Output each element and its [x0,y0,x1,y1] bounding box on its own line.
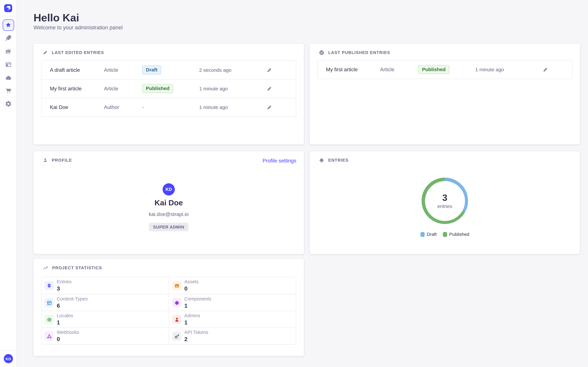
table-row: A draft article Article Draft 2 seconds … [42,60,296,79]
stats-grid: Entries 3 Assets 0 [41,277,296,344]
layout-icon [45,298,54,307]
strapi-logo-icon [4,4,12,12]
stat-value: 1 [184,319,200,325]
profile-settings-link[interactable]: Profile settings [263,158,296,164]
project-statistics-panel: PROJECT STATISTICS Entries 3 [34,259,304,356]
stat-api-tokens: API Tokens 2 [169,327,296,344]
chart-legend: Draft Published [310,232,580,237]
stat-webhooks: Webhooks 0 [42,327,169,344]
check-circle-icon [319,50,325,55]
layout-icon [5,61,12,68]
feather-icon [5,34,12,42]
sidebar-item-content-manager[interactable] [0,34,17,42]
stat-value: 0 [184,285,199,292]
entry-name: Kai Doe [50,104,68,110]
stat-locales: Locales 1 [42,311,169,327]
person-icon [43,157,48,163]
legend-item-draft: Draft [420,232,437,237]
sidebar-item-home[interactable] [3,19,14,31]
sidebar-divider [0,16,17,16]
panel-header: PROFILE [43,157,72,163]
image-icon [172,281,181,290]
entry-name: My first article [50,86,81,92]
stat-value: 6 [57,302,88,309]
cloud-icon [5,74,12,81]
edit-entry-button[interactable] [542,66,549,73]
stat-entries: Entries 3 [42,277,169,294]
entry-time: 1 minute ago [199,86,228,92]
sidebar: KD [0,0,17,367]
panel-label: LAST PUBLISHED ENTRIES [328,50,390,55]
table-row: Kai Doe Author - 1 minute ago [42,98,296,116]
sidebar-item-media-library[interactable] [0,48,17,55]
panel-label: ENTRIES [328,158,348,162]
trending-up-icon [43,265,48,271]
panel-label: PROJECT STATISTICS [52,265,102,270]
donut-center: 3 entries [422,178,468,224]
last-published-table: My first article Article Published 1 min… [317,60,572,79]
entries-donut-chart: 3 entries [422,178,468,224]
stat-label: Components [184,296,211,302]
entry-time: 2 seconds ago [199,67,231,73]
strapi-logo[interactable] [4,4,12,12]
stat-value: 3 [57,285,71,292]
panel-label: LAST EDITED ENTRIES [52,50,104,55]
panel-header: LAST PUBLISHED ENTRIES [319,50,390,55]
status-badge: - [142,104,144,111]
stat-components: Components 1 [169,294,296,311]
sidebar-user-avatar[interactable]: KD [4,354,13,363]
stat-value: 1 [57,319,73,325]
cart-icon [5,87,12,94]
profile-name: Kai Doe [34,199,304,207]
stat-label: Content-Types [57,296,88,302]
stat-label: Webhooks [57,330,79,335]
entry-type: Article [380,67,394,72]
profile-avatar: KD [163,183,175,196]
panel-header: ENTRIES [319,157,349,163]
edit-entry-button[interactable] [266,104,273,111]
profile-role-badge: SUPER ADMIN [149,223,189,231]
table-row: My first article Article Published 1 min… [318,60,572,79]
last-published-entries-panel: LAST PUBLISHED ENTRIES My first article … [310,44,580,144]
draft-color-chip [420,232,424,237]
edit-entry-button[interactable] [266,66,273,73]
sidebar-divider [0,350,17,350]
entry-name: My first article [326,67,358,72]
stat-value: 2 [184,336,208,342]
stat-label: Assets [184,279,199,284]
last-edited-table: A draft article Article Draft 2 seconds … [41,60,296,117]
table-row: My first article Article Published 1 min… [42,79,296,98]
profile-email: kai.doe@strapi.io [34,211,304,217]
edit-entry-button[interactable] [266,85,273,92]
published-color-chip [443,232,447,237]
stat-value: 0 [57,336,79,342]
status-badge: Published [142,84,173,93]
page-title: Hello Kai [34,12,79,24]
last-edited-entries-panel: LAST EDITED ENTRIES A draft article Arti… [34,44,304,144]
webhook-icon [45,332,54,341]
entries-panel: ENTRIES 3 entries Draft Published [310,151,580,254]
key-icon [172,332,181,341]
stat-label: API Tokens [184,330,208,335]
strapi-admin-dashboard: KD Hello Kai Welcome to your administrat… [0,0,588,367]
stat-label: Admins [184,313,200,318]
page-subtitle: Welcome to your administration panel [34,24,123,30]
entry-type: Article [104,67,118,73]
legend-item-published: Published [443,232,469,237]
sidebar-item-marketplace[interactable] [0,87,17,94]
stat-label: Entries [57,279,71,284]
entry-time: 1 minute ago [199,104,228,110]
legend-label: Draft [427,232,437,237]
entry-type: Article [104,86,118,92]
status-badge: Published [418,65,449,74]
pencil-icon [43,50,48,55]
entry-name: A draft article [50,67,80,73]
user-icon [172,315,181,324]
panel-header: PROJECT STATISTICS [43,265,102,271]
gear-icon [5,100,12,107]
entry-time: 1 minute ago [475,67,504,72]
sidebar-item-settings[interactable] [0,100,17,107]
sidebar-item-deploy[interactable] [0,74,17,81]
puzzle-icon [319,157,325,163]
sidebar-item-content-type-builder[interactable] [0,61,17,68]
